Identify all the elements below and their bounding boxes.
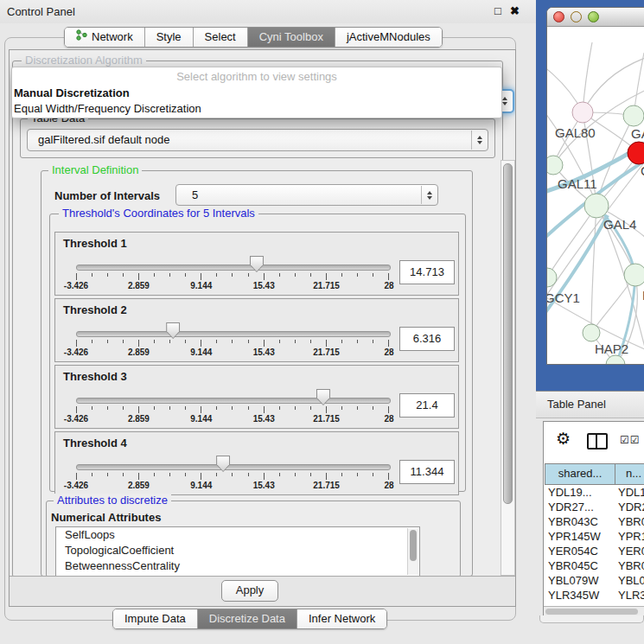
node-label: GCY1 [547, 290, 580, 305]
close-icon[interactable]: ✖ [510, 4, 520, 17]
threshold-slider[interactable] [76, 398, 391, 404]
tab-style[interactable]: Style [144, 28, 193, 47]
select-columns-checkbox-icons[interactable]: ☑☑ [620, 434, 641, 446]
numerical-attributes-list[interactable]: SelfLoopsTopologicalCoefficientBetweenne… [55, 526, 420, 577]
network-node-gcy1[interactable] [547, 268, 557, 287]
cell-shared-name[interactable]: YBR045C [548, 558, 598, 573]
network-canvas[interactable]: GAL80GACGAL11GAL4GCY1HHAP2 [547, 27, 644, 365]
dropdown-options: Manual DiscretizationEqual Width/Frequen… [12, 86, 501, 117]
network-window-titlebar[interactable] [547, 8, 644, 27]
scrollbar-thumb[interactable] [545, 609, 638, 615]
attributes-list-scrollbar[interactable] [407, 528, 418, 575]
panel-title: Control Panel [7, 5, 75, 18]
cell-name[interactable]: YER0... [618, 544, 644, 558]
threshold-value-field[interactable]: 11.344 [399, 460, 455, 484]
network-node-gal80[interactable] [572, 102, 593, 123]
tab-network[interactable]: Network [65, 28, 144, 47]
tab-label: Network [92, 28, 133, 47]
dropdown-option-manual-discretization[interactable]: Manual Discretization [12, 86, 501, 101]
threshold-value-field[interactable]: 6.316 [399, 327, 455, 351]
node-label: C [641, 163, 644, 178]
apply-button[interactable]: Apply [221, 580, 278, 602]
table-row[interactable]: YLR345WYLR3... [544, 588, 644, 603]
tab-cyni-toolbox[interactable]: Cyni Toolbox [247, 28, 335, 47]
network-graph[interactable]: GAL80GACGAL11GAL4GCY1HHAP2 [547, 27, 644, 364]
threshold-value-field[interactable]: 21.4 [399, 393, 455, 418]
threshold-panel: Threshold 3 -3.4262.8599.14415.4321.7152… [54, 365, 459, 429]
scrollbar-thumb[interactable] [503, 163, 513, 504]
table-row[interactable]: YER054CYER0... [544, 544, 644, 558]
table-row[interactable]: YBR045CYBR0... [544, 558, 644, 573]
tick-label: 21.715 [313, 414, 340, 424]
combobox-stepper-icon[interactable] [421, 186, 437, 204]
control-panel-titlebar: Control Panel □ ✖ [0, 0, 536, 23]
cell-name[interactable]: YBR0... [618, 514, 644, 529]
float-window-icon[interactable]: □ [494, 4, 501, 17]
right-panel: GAL80GACGAL11GAL4GCY1HHAP2 Table Panel ⚙… [536, 0, 644, 644]
tick-label: 2.859 [128, 414, 150, 424]
threshold-panel: Threshold 2 -3.4262.8599.14415.4321.7152… [54, 298, 459, 362]
cell-shared-name[interactable]: YPR145W [548, 529, 601, 544]
column-header-shared-name[interactable]: shared... [545, 463, 615, 485]
tick-label: 15.43 [253, 281, 275, 290]
gear-icon[interactable]: ⚙ [556, 430, 571, 447]
tab-label: Impute Data [124, 609, 186, 628]
network-desktop-background: GAL80GACGAL11GAL4GCY1HHAP2 [536, 0, 644, 391]
network-node-ga[interactable] [623, 105, 644, 126]
tab-jactivemnodules[interactable]: jActiveMNodules [335, 28, 442, 47]
tab-select[interactable]: Select [193, 28, 247, 47]
table-row[interactable]: YDL19...YDL1... [544, 485, 644, 500]
table-row[interactable]: YBR043CYBR0... [544, 514, 644, 529]
threshold-slider[interactable] [76, 331, 391, 337]
number-of-intervals-label: Number of Intervals [54, 189, 160, 202]
tick-label: 2.859 [128, 481, 150, 490]
attribute-item-betweennesscentrality[interactable]: BetweennessCentrality [56, 558, 419, 574]
threshold-value-field[interactable]: 14.713 [399, 260, 455, 284]
split-columns-icon[interactable] [587, 433, 608, 450]
tick-label: 9.144 [190, 348, 212, 357]
column-header-name[interactable]: n... [615, 463, 644, 485]
combobox-stepper-icon[interactable] [471, 131, 487, 150]
table-row[interactable]: YBL079WYBL0... [544, 573, 644, 588]
control-panel-tabs: NetworkStyleSelectCyni ToolboxjActiveMNo… [64, 27, 443, 48]
table-data-combobox[interactable]: galFiltered.sif default node [27, 129, 488, 151]
threshold-slider[interactable] [76, 265, 391, 271]
network-node-gal4[interactable] [584, 194, 609, 218]
cell-shared-name[interactable]: YER054C [548, 544, 598, 558]
tab-infer-network[interactable]: Infer Network [296, 609, 386, 628]
minimize-traffic-light-icon[interactable] [571, 11, 582, 22]
number-of-intervals-combobox[interactable]: 5 [175, 184, 438, 206]
cell-name[interactable]: YDR2... [618, 500, 644, 514]
network-node-hap2[interactable] [583, 324, 600, 341]
cell-name[interactable]: YBR0... [618, 558, 644, 573]
cell-shared-name[interactable]: YDL19... [548, 485, 592, 500]
cell-name[interactable]: YPR1... [618, 529, 644, 544]
close-traffic-light-icon[interactable] [553, 11, 564, 22]
group-label-attributes: Attributes to discretize [54, 494, 171, 507]
tab-impute-data[interactable]: Impute Data [113, 609, 197, 628]
dropdown-option-equal-width-frequency-discretization[interactable]: Equal Width/Frequency Discretization [12, 101, 501, 117]
network-node-h[interactable] [624, 264, 644, 286]
tick-label: 28 [384, 281, 393, 290]
cell-name[interactable]: YLR3... [618, 588, 644, 603]
cell-shared-name[interactable]: YDR27... [548, 500, 594, 514]
threshold-slider[interactable] [76, 464, 391, 470]
cell-shared-name[interactable]: YLR345W [548, 588, 599, 603]
attribute-item-topologicalcoefficient[interactable]: TopologicalCoefficient [56, 543, 419, 558]
cell-shared-name[interactable]: YBR043C [548, 514, 598, 529]
tab-label: Select [205, 28, 236, 47]
cell-name[interactable]: YBL0... [618, 573, 644, 588]
dropdown-placeholder-item[interactable]: Select algorithm to view settings [12, 67, 501, 86]
tab-discretize-data[interactable]: Discretize Data [197, 609, 296, 628]
attribute-item-selfloops[interactable]: SelfLoops [56, 527, 419, 543]
table-row[interactable]: YDR27...YDR2... [544, 500, 644, 514]
threshold-list: Threshold 1 -3.4262.8599.14415.4321.7152… [54, 232, 459, 498]
table-row[interactable]: YPR145WYPR1... [544, 529, 644, 544]
zoom-traffic-light-icon[interactable] [588, 11, 599, 22]
scrollbar-thumb[interactable] [410, 530, 417, 561]
network-node-gal11[interactable] [547, 156, 563, 175]
content-scrollbar[interactable] [501, 160, 515, 576]
cell-name[interactable]: YDL1... [618, 485, 644, 500]
cell-shared-name[interactable]: YBL079W [548, 573, 599, 588]
tick-label: 15.43 [253, 348, 275, 357]
